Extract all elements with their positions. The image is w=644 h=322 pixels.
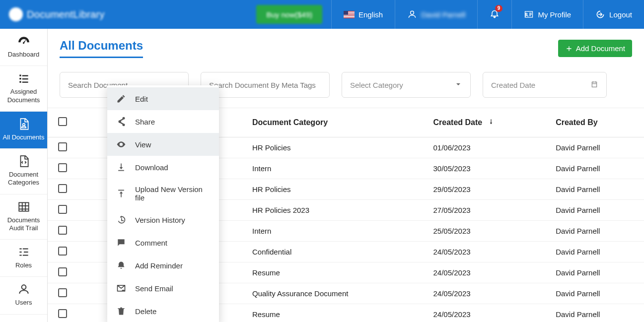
- list-indent-icon: [17, 246, 30, 258]
- cell-category: Resume: [246, 304, 428, 322]
- cell-created-by: David Parnell: [550, 283, 644, 304]
- sidebar-item-document-categories[interactable]: Document Categories: [0, 149, 47, 194]
- brand[interactable]: DocumentLibrary: [0, 0, 114, 29]
- ctx-item-label: Download: [135, 163, 168, 172]
- created-date-placeholder: Created Date: [491, 81, 535, 89]
- person-icon: [17, 283, 30, 296]
- cell-created-date: 25/05/2023: [428, 221, 550, 242]
- row-checkbox[interactable]: [58, 184, 67, 193]
- sidebar-item-label: Document Categories: [2, 171, 45, 187]
- ctx-item-label: Delete: [135, 307, 156, 316]
- select-all-checkbox[interactable]: [58, 117, 67, 126]
- ctx-item-label: Share: [135, 118, 155, 126]
- buy-now-label: Buy now($49): [266, 10, 312, 19]
- sidebar-item-dashboard[interactable]: Dashboard: [0, 29, 47, 66]
- ctx-item-label: View: [135, 140, 151, 149]
- sidebar-item-label: Documents Audit Trail: [2, 216, 45, 233]
- ctx-send-email[interactable]: Send Email: [107, 277, 219, 300]
- ctx-delete[interactable]: Delete: [107, 300, 219, 322]
- search-meta-input[interactable]: [201, 72, 330, 98]
- brand-name: DocumentLibrary: [27, 9, 105, 20]
- logout-label: Logout: [609, 10, 632, 19]
- ctx-add-reminder[interactable]: Add Reminder: [107, 254, 219, 277]
- row-checkbox[interactable]: [58, 163, 67, 172]
- ctx-comment[interactable]: Comment: [107, 231, 219, 254]
- page-header: All Documents Add Document: [48, 29, 644, 63]
- cell-created-date: 29/05/2023: [428, 179, 550, 200]
- language-selector[interactable]: English: [331, 0, 395, 29]
- created-date-picker[interactable]: Created Date: [483, 72, 607, 98]
- gauge-icon: [17, 35, 30, 48]
- cell-created-date: 24/05/2023: [428, 304, 550, 322]
- col-created-by[interactable]: Created By: [550, 108, 644, 137]
- ctx-version-history[interactable]: Version History: [107, 208, 219, 231]
- ctx-share[interactable]: Share: [107, 110, 219, 133]
- row-context-menu: EditShareViewDownloadUpload New Version …: [107, 85, 219, 322]
- sidebar-item-label: Users: [15, 299, 32, 307]
- sidebar-item-label: Roles: [15, 261, 32, 269]
- cell-created-by: David Parnell: [550, 262, 644, 283]
- sidebar-item-users[interactable]: Users: [0, 277, 47, 314]
- cell-created-by: David Parnell: [550, 137, 644, 158]
- cell-created-date: 24/05/2023: [428, 283, 550, 304]
- cell-category: HR Policies: [246, 179, 428, 200]
- row-checkbox[interactable]: [58, 205, 67, 214]
- notifications-button[interactable]: 9: [477, 0, 511, 29]
- cell-created-by: David Parnell: [550, 200, 644, 221]
- file-user-icon: [17, 118, 30, 130]
- sidebar-item-label: All Documents: [3, 133, 45, 141]
- my-profile-button[interactable]: My Profile: [511, 0, 583, 29]
- ctx-edit[interactable]: Edit: [107, 87, 219, 110]
- cell-category: HR Policies: [246, 137, 428, 158]
- sidebar-item-label: Assigned Documents: [2, 88, 45, 104]
- logout-button[interactable]: Logout: [583, 0, 644, 29]
- chevron-down-icon: [454, 80, 462, 90]
- file-code-icon: [17, 155, 30, 168]
- sort-desc-icon: [488, 118, 495, 125]
- mail-send-icon: [116, 283, 126, 293]
- sidebar-item-assigned-documents[interactable]: Assigned Documents: [0, 66, 47, 112]
- checklist-icon: [17, 72, 30, 85]
- col-created-date[interactable]: Created Date: [428, 108, 550, 137]
- row-checkbox[interactable]: [58, 288, 67, 297]
- col-checkbox: [48, 108, 77, 137]
- language-label: English: [358, 10, 383, 19]
- cell-created-date: 30/05/2023: [428, 158, 550, 179]
- download-icon: [116, 162, 126, 172]
- ctx-view[interactable]: View: [107, 133, 219, 156]
- col-created-date-label: Created Date: [433, 118, 483, 127]
- row-checkbox[interactable]: [58, 142, 67, 151]
- sidebar-item-role-user[interactable]: Role User: [0, 315, 47, 322]
- sidebar-item-documents-audit-trail[interactable]: Documents Audit Trail: [0, 194, 47, 240]
- row-checkbox[interactable]: [58, 309, 67, 318]
- logout-icon: [595, 9, 605, 19]
- cell-created-by: David Parnell: [550, 304, 644, 322]
- ctx-item-label: Add Reminder: [135, 261, 183, 270]
- category-select-placeholder: Select Category: [350, 81, 403, 89]
- ctx-item-label: Version History: [135, 216, 185, 224]
- ctx-upload-new-version[interactable]: Upload New Version file: [107, 179, 219, 208]
- cell-category: Intern: [246, 221, 428, 242]
- clipboard-icon: [17, 321, 30, 322]
- topbar: DocumentLibrary Buy now($49) English Dav…: [0, 0, 644, 29]
- sidebar-item-roles[interactable]: Roles: [0, 240, 47, 277]
- add-document-button[interactable]: Add Document: [558, 40, 632, 57]
- row-checkbox[interactable]: [58, 247, 67, 256]
- cell-category: Resume: [246, 262, 428, 283]
- ctx-item-label: Send Email: [135, 284, 173, 293]
- col-category[interactable]: Document Category: [246, 108, 428, 137]
- cell-created-by: David Parnell: [550, 158, 644, 179]
- category-select[interactable]: Select Category: [342, 72, 471, 98]
- row-checkbox[interactable]: [58, 226, 67, 235]
- buy-now-button[interactable]: Buy now($49): [256, 5, 322, 24]
- person-icon: [407, 9, 417, 19]
- sidebar: DashboardAssigned DocumentsAll Documents…: [0, 29, 48, 322]
- cell-category: Confidential: [246, 242, 428, 262]
- pencil-icon: [116, 94, 126, 104]
- sidebar-item-all-documents[interactable]: All Documents: [0, 112, 47, 149]
- ctx-download[interactable]: Download: [107, 156, 219, 179]
- current-user[interactable]: David Parnell: [395, 0, 477, 29]
- page-title: All Documents: [60, 39, 143, 58]
- row-checkbox[interactable]: [58, 267, 67, 276]
- ctx-item-label: Comment: [135, 239, 167, 247]
